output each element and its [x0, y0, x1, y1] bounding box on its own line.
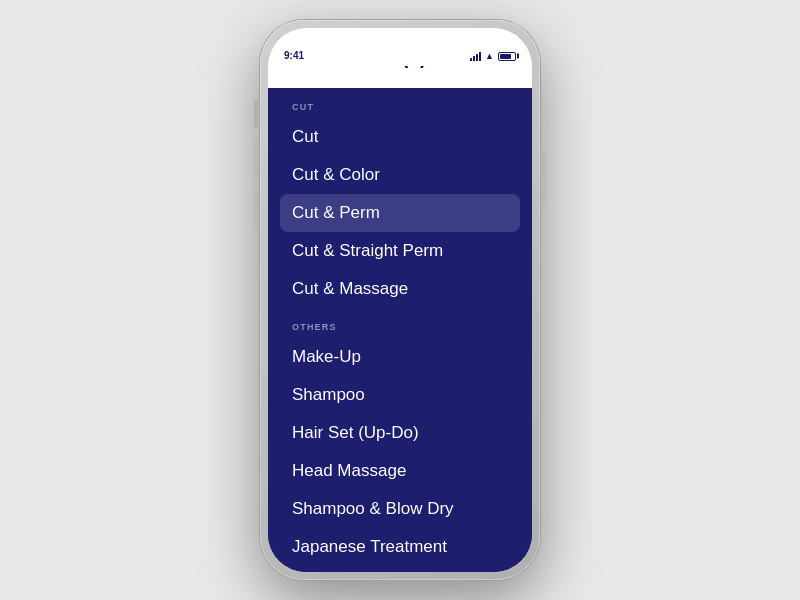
- list-item-shampoo-blow-dry[interactable]: Shampoo & Blow Dry: [268, 490, 532, 528]
- list-item-cut[interactable]: Cut: [268, 118, 532, 156]
- volume-up-button: [254, 140, 258, 180]
- list-item-cut-perm[interactable]: Cut & Perm: [268, 194, 532, 232]
- status-icons: ▲: [470, 51, 516, 61]
- list-item-hair-set[interactable]: Hair Set (Up-Do): [268, 414, 532, 452]
- list-item-cut-straight-perm[interactable]: Cut & Straight Perm: [268, 232, 532, 270]
- list-item-text-cut-perm: Cut & Perm: [292, 203, 380, 222]
- status-time: 9:41: [284, 50, 304, 61]
- power-button: [542, 150, 546, 205]
- battery-fill: [500, 54, 511, 59]
- list-item-text-shampoo: Shampoo: [292, 385, 365, 404]
- list-item-text-makeup: Make-Up: [292, 347, 361, 366]
- volume-down-button: [254, 188, 258, 228]
- list-item-makeup[interactable]: Make-Up: [268, 338, 532, 376]
- list-item-text-head-massage: Head Massage: [292, 461, 406, 480]
- phone-screen: 9:41 ▲ Let's book a(n)... CUTCutCut & Co…: [268, 28, 532, 572]
- phone-device: 9:41 ▲ Let's book a(n)... CUTCutCut & Co…: [260, 20, 540, 580]
- signal-strength-icon: [470, 52, 481, 61]
- list-item-head-massage[interactable]: Head Massage: [268, 452, 532, 490]
- list-item-text-cut-massage: Cut & Massage: [292, 279, 408, 298]
- section-label-cut: CUT: [268, 88, 532, 118]
- service-list[interactable]: CUTCutCut & ColorCut & PermCut & Straigh…: [268, 88, 532, 572]
- wifi-icon: ▲: [485, 51, 494, 61]
- section-label-others: OTHERS: [268, 308, 532, 338]
- list-item-text-japanese-treatment: Japanese Treatment: [292, 537, 447, 556]
- list-item-text-hair-set: Hair Set (Up-Do): [292, 423, 419, 442]
- list-item-japanese-treatment[interactable]: Japanese Treatment: [268, 528, 532, 566]
- list-item-cut-massage[interactable]: Cut & Massage: [268, 270, 532, 308]
- list-item-text-cut-color: Cut & Color: [292, 165, 380, 184]
- status-bar: 9:41 ▲: [268, 28, 532, 66]
- list-item-cut-color[interactable]: Cut & Color: [268, 156, 532, 194]
- list-item-text-cut-straight-perm: Cut & Straight Perm: [292, 241, 443, 260]
- list-item-text-shampoo-blow-dry: Shampoo & Blow Dry: [292, 499, 454, 518]
- list-item-shampoo[interactable]: Shampoo: [268, 376, 532, 414]
- list-item-text-cut: Cut: [292, 127, 318, 146]
- battery-icon: [498, 52, 516, 61]
